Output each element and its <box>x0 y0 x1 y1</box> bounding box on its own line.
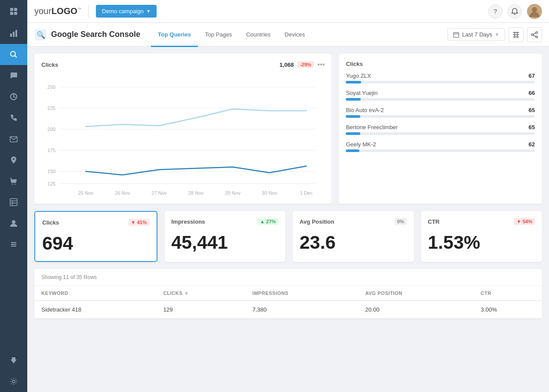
col-impressions-label: IMPRESSIONS <box>253 290 289 296</box>
sidebar-item-mail[interactable] <box>0 128 27 149</box>
metric-clicks-header: Clicks ▼ 41% <box>42 219 150 226</box>
sidebar-item-table[interactable] <box>0 192 27 213</box>
metric-impressions-header: Impressions ▲ 27% <box>172 218 279 225</box>
bar-item-3: Bertone Freeclimber 65 <box>346 124 535 135</box>
col-clicks-label: CLICKS <box>163 290 183 296</box>
bar-fill-4 <box>346 149 359 152</box>
svg-point-37 <box>531 34 533 36</box>
tab-top-queries[interactable]: Top Queries <box>151 23 198 47</box>
logo-logo: LOGO <box>51 6 77 16</box>
chart-card-header: Clicks 1,068 -29% ••• <box>41 61 325 69</box>
tab-countries-label: Countries <box>246 31 271 38</box>
tab-top-queries-label: Top Queries <box>158 31 191 38</box>
bar-item-4: Geely MK-2 62 <box>346 141 535 152</box>
sub-header: 🔍 Google Search Console Top Queries Top … <box>27 23 549 47</box>
sidebar-item-chat[interactable] <box>0 65 27 86</box>
svg-line-39 <box>533 33 536 34</box>
logo-your: your <box>34 6 51 16</box>
tab-nav: Top Queries Top Pages Countries Devices <box>151 23 312 47</box>
sidebar-item-shop[interactable] <box>0 171 27 192</box>
svg-point-18 <box>12 220 15 224</box>
bar-label-2: Bio Auto evA-2 <box>346 107 384 113</box>
top-bar: yourLOGO™ Demo campaign ▼ ? <box>27 0 549 23</box>
notifications-button[interactable] <box>508 4 522 18</box>
bar-label-4: Geely MK-2 <box>346 141 376 148</box>
svg-line-8 <box>15 56 17 58</box>
sidebar-item-user[interactable] <box>0 213 27 234</box>
svg-point-38 <box>536 36 538 38</box>
sidebar-item-settings[interactable] <box>0 371 27 392</box>
columns-button[interactable] <box>509 27 523 42</box>
bar-label-0: Yugo ZLX <box>346 73 371 79</box>
metric-clicks-value: 694 <box>42 233 150 254</box>
bar-label-1: Soyat Yuejin <box>346 90 377 96</box>
help-icon: ? <box>494 8 497 15</box>
date-range-button[interactable]: Last 7 Days ▼ <box>447 28 505 41</box>
col-keyword: KEYWORD <box>34 286 156 301</box>
sidebar-item-reports[interactable] <box>0 23 27 44</box>
main-wrapper: yourLOGO™ Demo campaign ▼ ? <box>27 0 549 392</box>
col-clicks[interactable]: CLICKS ▼ <box>156 286 245 301</box>
metric-card-avg-position[interactable]: Avg Position 0% 23.6 <box>293 211 414 262</box>
svg-text:250: 250 <box>48 84 55 90</box>
sidebar-item-location[interactable] <box>0 149 27 171</box>
bar-value-1: 66 <box>529 90 535 96</box>
demo-campaign-button[interactable]: Demo campaign ▼ <box>96 5 157 18</box>
tab-top-pages[interactable]: Top Pages <box>198 23 239 47</box>
share-button[interactable] <box>527 27 542 42</box>
svg-rect-4 <box>10 33 12 37</box>
sidebar-item-list[interactable] <box>0 234 27 255</box>
sidebar-item-plugin[interactable] <box>0 350 27 371</box>
bar-track-0 <box>346 81 535 83</box>
svg-text:175: 175 <box>48 148 55 153</box>
metric-ctr-title: CTR <box>428 218 440 225</box>
date-dropdown-icon: ▼ <box>495 32 499 37</box>
metric-card-impressions[interactable]: Impressions ▲ 27% 45,441 <box>165 211 286 262</box>
bar-value-4: 62 <box>529 141 535 148</box>
metric-card-ctr[interactable]: CTR ▼ 54% 1.53% <box>421 211 542 262</box>
col-impressions: IMPRESSIONS <box>245 286 359 301</box>
chart-more-button[interactable]: ••• <box>318 61 325 69</box>
demo-campaign-label: Demo campaign <box>102 8 144 15</box>
svg-text:125: 125 <box>48 181 55 186</box>
dropdown-arrow-icon: ▼ <box>146 9 150 14</box>
svg-text:🔍: 🔍 <box>37 31 45 39</box>
metric-avg-pos-value: 23.6 <box>300 232 407 253</box>
svg-point-36 <box>536 32 538 33</box>
svg-text:1 Dec: 1 Dec <box>300 190 313 196</box>
tab-countries[interactable]: Countries <box>239 23 278 47</box>
svg-text:30 Nov: 30 Nov <box>262 190 278 196</box>
svg-rect-6 <box>15 30 17 37</box>
bar-item-0: Yugo ZLX 67 <box>346 73 535 83</box>
svg-rect-14 <box>10 199 17 206</box>
sort-icon: ▼ <box>184 291 189 296</box>
sidebar-item-analytics[interactable] <box>0 86 27 107</box>
metric-clicks-badge: ▼ 41% <box>128 219 150 226</box>
svg-point-13 <box>15 184 15 185</box>
metric-card-clicks[interactable]: Clicks ▼ 41% 694 <box>34 211 157 262</box>
svg-rect-3 <box>14 12 17 15</box>
bar-value-2: 65 <box>529 107 535 113</box>
cell-keyword: Sidetracker 418 <box>34 301 156 319</box>
svg-point-24 <box>532 7 537 12</box>
svg-text:27 Nov: 27 Nov <box>151 190 167 196</box>
bar-track-3 <box>346 132 535 135</box>
cell-clicks: 129 <box>156 301 245 319</box>
table-showing-text: Showing 11 of 35 Rows <box>41 274 97 280</box>
help-button[interactable]: ? <box>488 4 502 18</box>
metric-impressions-title: Impressions <box>172 218 205 225</box>
tab-devices[interactable]: Devices <box>278 23 312 47</box>
data-table-card: Showing 11 of 35 Rows KEYWORD CLICKS ▼ I… <box>34 269 542 319</box>
user-avatar[interactable] <box>527 4 542 19</box>
tab-devices-label: Devices <box>285 31 305 38</box>
metric-impressions-value: 45,441 <box>172 232 279 253</box>
metric-impressions-badge: ▲ 27% <box>257 218 278 225</box>
home-icon[interactable] <box>0 0 27 23</box>
clicks-chart-card: Clicks 1,068 -29% ••• <box>34 54 332 204</box>
table-body: Sidetracker 418 129 7,380 20.00 3.00% <box>34 301 542 319</box>
tab-top-pages-label: Top Pages <box>205 31 232 38</box>
logo-tm: ™ <box>77 7 81 11</box>
metric-avg-pos-header: Avg Position 0% <box>300 218 407 225</box>
sidebar-item-search[interactable] <box>0 44 27 65</box>
sidebar-item-phone[interactable] <box>0 107 27 128</box>
